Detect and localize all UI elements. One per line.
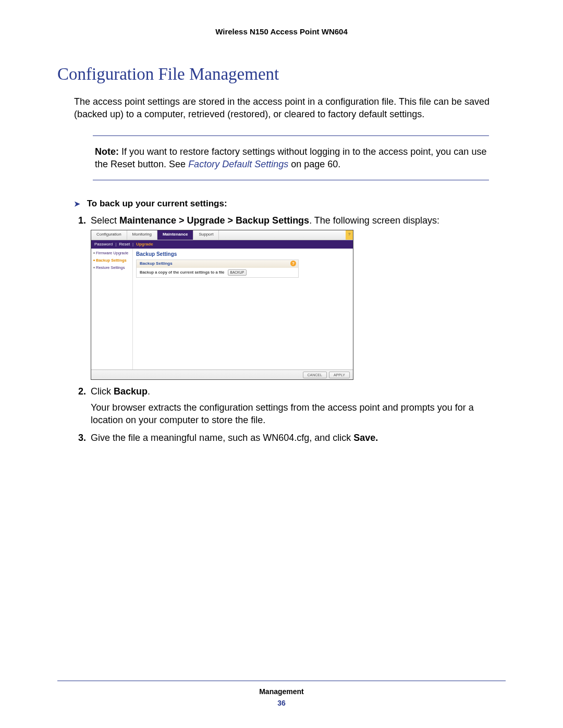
steps-list: Select Maintenance > Upgrade > Backup Se… bbox=[74, 214, 506, 444]
sidebar-backup-settings[interactable]: Backup Settings bbox=[93, 258, 130, 263]
step2-post: . bbox=[148, 386, 150, 397]
subnav-sep: | bbox=[132, 242, 133, 248]
panel-body: Backup a copy of the current settings to… bbox=[137, 268, 298, 277]
step-1: Select Maintenance > Upgrade > Backup Se… bbox=[89, 214, 506, 380]
procedure-heading-text: To back up your current settings: bbox=[87, 199, 227, 208]
screenshot-subnav: Password | Reset | Upgrade bbox=[91, 240, 353, 249]
footer-section: Management bbox=[57, 687, 506, 696]
subnav-upgrade[interactable]: Upgrade bbox=[136, 242, 153, 248]
subnav-reset[interactable]: Reset bbox=[119, 242, 130, 248]
apply-button[interactable]: APPLY bbox=[329, 372, 350, 378]
page-footer: Management 36 bbox=[57, 681, 506, 707]
procedure-heading: ➤ To back up your current settings: bbox=[74, 199, 506, 209]
step-3: Give the file a meaningful name, such as… bbox=[89, 431, 506, 444]
backup-settings-screenshot: Configuration Monitoring Maintenance Sup… bbox=[91, 230, 353, 380]
note-block: Note: If you want to restore factory set… bbox=[93, 135, 489, 181]
footer-rule bbox=[57, 681, 506, 681]
intro-paragraph: The access point settings are stored in … bbox=[74, 95, 506, 121]
panel-row-text: Backup a copy of the current settings to… bbox=[140, 270, 225, 275]
subnav-password[interactable]: Password bbox=[94, 242, 113, 248]
step-2: Click Backup. Your browser extracts the … bbox=[89, 385, 506, 426]
sidebar-restore-settings[interactable]: Restore Settings bbox=[93, 265, 130, 270]
help-icon[interactable]: ? bbox=[346, 230, 353, 240]
section-title: Configuration File Management bbox=[57, 65, 506, 84]
step2-bold: Backup bbox=[114, 386, 148, 397]
screenshot-body: Firmware Upgrade Backup Settings Restore… bbox=[91, 249, 353, 371]
screenshot-sidebar: Firmware Upgrade Backup Settings Restore… bbox=[91, 249, 133, 371]
backup-panel: Backup Settings ? Backup a copy of the c… bbox=[136, 260, 299, 278]
step1-bold: Maintenance > Upgrade > Backup Settings bbox=[119, 215, 309, 226]
document-header: Wireless N150 Access Point WN604 bbox=[57, 27, 506, 36]
step1-post: . The following screen displays: bbox=[309, 215, 439, 226]
factory-default-link[interactable]: Factory Default Settings bbox=[188, 159, 288, 169]
tab-support[interactable]: Support bbox=[193, 230, 219, 240]
screenshot-footer: CANCEL APPLY bbox=[91, 369, 353, 379]
footer-page-number: 36 bbox=[57, 699, 506, 707]
tab-configuration[interactable]: Configuration bbox=[91, 230, 127, 240]
panel-help-icon[interactable]: ? bbox=[290, 261, 296, 266]
step3-pre: Give the file a meaningful name, such as… bbox=[91, 433, 353, 443]
arrow-icon: ➤ bbox=[74, 200, 80, 208]
page: Wireless N150 Access Point WN604 Configu… bbox=[0, 0, 563, 728]
step3-bold: Save. bbox=[353, 433, 378, 443]
step2-pre: Click bbox=[91, 386, 114, 397]
tab-maintenance[interactable]: Maintenance bbox=[157, 230, 193, 240]
tab-monitoring[interactable]: Monitoring bbox=[127, 230, 157, 240]
cancel-button[interactable]: CANCEL bbox=[303, 372, 327, 378]
screenshot-tabs: Configuration Monitoring Maintenance Sup… bbox=[91, 230, 353, 240]
step2-sub: Your browser extracts the configuration … bbox=[91, 401, 506, 427]
note-text-after: on page 60. bbox=[291, 159, 340, 169]
screenshot-main: Backup Settings Backup Settings ? Backup… bbox=[133, 249, 353, 371]
note-label: Note: bbox=[95, 146, 119, 157]
panel-title: Backup Settings bbox=[136, 251, 350, 258]
panel-header-text: Backup Settings bbox=[140, 261, 173, 266]
backup-button[interactable]: BACKUP bbox=[228, 269, 247, 276]
step1-pre: Select bbox=[91, 215, 119, 226]
sidebar-firmware-upgrade[interactable]: Firmware Upgrade bbox=[93, 251, 130, 256]
subnav-sep: | bbox=[115, 242, 116, 248]
panel-header: Backup Settings ? bbox=[137, 260, 298, 268]
